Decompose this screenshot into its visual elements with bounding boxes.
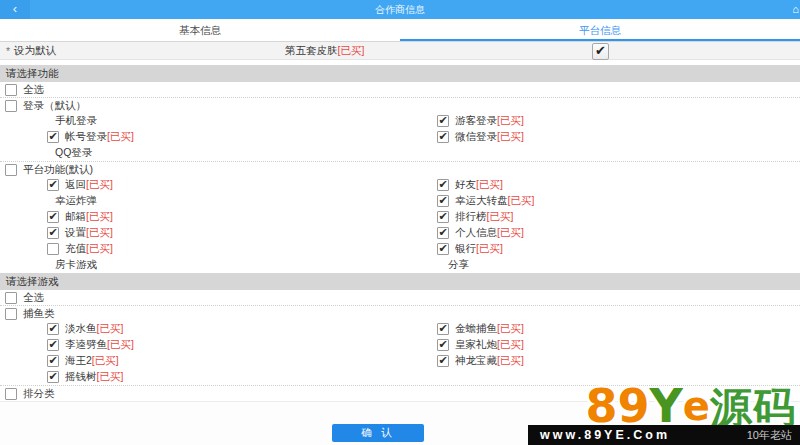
checkbox[interactable]: ✔ (437, 355, 449, 367)
checkbox[interactable]: ✔ (47, 211, 59, 223)
tab-basic-info[interactable]: 基本信息 (0, 19, 400, 41)
bought-tag: [已买] (107, 338, 134, 352)
option-cell: ✔幸运大转盘[已买] (437, 193, 534, 209)
section-header-functions: 请选择功能 (0, 65, 800, 82)
checkbox[interactable]: ✔ (437, 211, 449, 223)
checkbox[interactable]: ✔ (437, 339, 449, 351)
option-label: 银行 (455, 242, 476, 256)
bought-tag: [已买] (508, 194, 535, 208)
bought-tag: [已买] (97, 322, 124, 336)
checkbox[interactable] (5, 292, 17, 304)
option-row: QQ登录 (0, 145, 800, 162)
checkbox[interactable]: ✔ (47, 355, 59, 367)
confirm-button[interactable]: 确 认 (332, 424, 424, 442)
watermark-bar: www.89YE.Com 10年老站 (528, 425, 800, 445)
logo-text-e: e (683, 383, 710, 429)
bought-tag: [已买] (86, 210, 113, 224)
option-row: ✔海王2 [已买]✔神龙宝藏 [已买] (0, 353, 800, 369)
skin-name: 第五套皮肤 (285, 44, 338, 56)
bought-tag: [已买] (476, 242, 503, 256)
option-cell: 登录（默认） (5, 98, 86, 113)
option-cell: ✔微信登录[已买] (437, 129, 524, 145)
checkbox[interactable]: ✔ (47, 339, 59, 351)
option-cell: ✔摇钱树 [已买] (47, 369, 123, 385)
checkbox[interactable]: ✔ (437, 179, 449, 191)
bought-tag: [已买] (497, 226, 524, 240)
checkbox[interactable]: ✔ (437, 195, 449, 207)
default-checkbox[interactable]: ✔ (592, 43, 609, 60)
option-cell: 充值[已买] (47, 241, 113, 257)
option-row: 房卡游戏分享 (0, 257, 800, 273)
option-cell: 全选 (5, 290, 44, 305)
checkbox[interactable]: ✔ (437, 323, 449, 335)
option-label: 全选 (23, 291, 44, 305)
option-cell: ✔皇家礼炮 [已买] (437, 337, 524, 353)
checkbox[interactable] (5, 388, 17, 400)
option-cell: ✔邮箱[已买] (47, 209, 113, 225)
option-label: 手机登录 (55, 114, 97, 128)
option-row: 登录（默认） (0, 98, 800, 113)
option-label: 全选 (23, 83, 44, 97)
partner-info-window: ‹ 合作商信息 ⌂ 基本信息 平台信息 * 设为默认 第五套皮肤[已买] ✔ 请… (0, 0, 800, 445)
section-header-games: 请选择游戏 (0, 273, 800, 290)
watermark-badge: 10年老站 (747, 428, 792, 443)
option-cell: 手机登录 (55, 113, 97, 129)
option-row: 捕鱼类 (0, 306, 800, 321)
set-default-label: 设为默认 (14, 44, 56, 58)
option-label: 平台功能(默认) (23, 163, 93, 177)
option-label: 淡水鱼 (65, 322, 97, 336)
bought-tag: [已买] (497, 338, 524, 352)
option-row: 幸运炸弹✔幸运大转盘[已买] (0, 193, 800, 209)
option-label: 登录（默认） (23, 99, 86, 113)
function-options-list: 全选登录（默认）手机登录✔游客登录[已买]✔帐号登录[已买]✔微信登录[已买]Q… (0, 82, 800, 273)
checkbox[interactable]: ✔ (47, 227, 59, 239)
option-label: 微信登录 (455, 130, 497, 144)
option-row: ✔邮箱[已买]✔排行榜[已买] (0, 209, 800, 225)
option-label: 幸运大转盘 (455, 194, 508, 208)
option-label: 排行榜 (455, 210, 487, 224)
title-bar: ‹ 合作商信息 ⌂ (0, 0, 800, 19)
option-cell: ✔个人信息[已买] (437, 225, 524, 241)
checkbox[interactable]: ✔ (47, 179, 59, 191)
option-label: 摇钱树 (65, 370, 97, 384)
option-cell: ✔排行榜[已买] (437, 209, 513, 225)
option-label: 金蟾捕鱼 (455, 322, 497, 336)
option-cell: 排分类 (5, 386, 55, 401)
checkbox[interactable] (5, 308, 17, 320)
checkbox[interactable]: ✔ (47, 371, 59, 383)
checkbox[interactable]: ✔ (437, 243, 449, 255)
bought-tag: [已买] (497, 130, 524, 144)
bought-tag: [已买] (497, 114, 524, 128)
option-label: 游客登录 (455, 114, 497, 128)
checkbox[interactable]: ✔ (437, 227, 449, 239)
option-row: 手机登录✔游客登录[已买] (0, 113, 800, 129)
option-row: ✔李逵劈鱼 [已买]✔皇家礼炮 [已买] (0, 337, 800, 353)
option-label: 捕鱼类 (23, 307, 55, 321)
checkbox[interactable] (5, 164, 17, 176)
option-label: QQ登录 (55, 146, 92, 160)
checkbox[interactable] (5, 84, 17, 96)
option-cell: 分享 (448, 257, 469, 273)
option-label: 房卡游戏 (55, 258, 97, 272)
option-label: 李逵劈鱼 (65, 338, 107, 352)
option-cell: ✔神龙宝藏 [已买] (437, 353, 524, 369)
checkbox[interactable] (47, 243, 59, 255)
bought-tag: [已买] (107, 130, 134, 144)
option-label: 设置 (65, 226, 86, 240)
option-row: ✔返回[已买]✔好友[已买] (0, 177, 800, 193)
tab-bar: 基本信息 平台信息 (0, 19, 800, 42)
option-cell: 全选 (5, 82, 44, 97)
checkbox[interactable]: ✔ (437, 115, 449, 127)
option-row: 全选 (0, 290, 800, 306)
watermark-url: www.89YE.Com (540, 428, 670, 442)
tab-platform-info[interactable]: 平台信息 (400, 19, 800, 41)
checkbox[interactable]: ✔ (47, 323, 59, 335)
bought-tag: [已买] (338, 44, 365, 56)
bought-tag: [已买] (497, 322, 524, 336)
option-label: 帐号登录 (65, 130, 107, 144)
checkbox[interactable] (5, 100, 17, 112)
checkbox[interactable]: ✔ (47, 131, 59, 143)
option-cell: ✔返回[已买] (47, 177, 113, 193)
home-icon[interactable]: ⌂ (792, 2, 799, 16)
checkbox[interactable]: ✔ (437, 131, 449, 143)
